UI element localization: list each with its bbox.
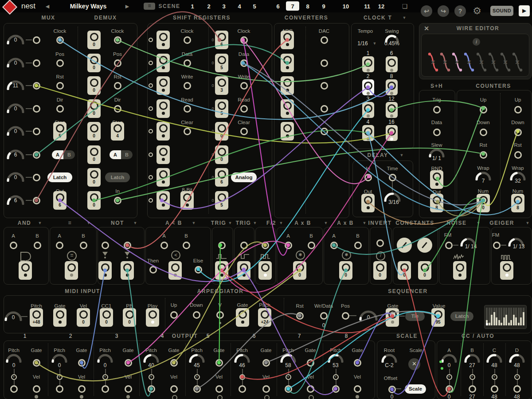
seq-pos-jack[interactable] — [342, 312, 349, 320]
sr2-bit-jack[interactable]: 5 — [215, 99, 228, 118]
scale-quantize-toggle[interactable]: Scale — [405, 384, 426, 394]
sr2-clock-jack[interactable] — [240, 36, 248, 44]
dropdown-arrow-icon[interactable]: ▼ — [279, 221, 283, 225]
out-vel-jack[interactable] — [354, 385, 361, 393]
sr2-bit-jack[interactable]: 5 — [215, 54, 228, 72]
constant-out-jack[interactable]: 0 — [418, 261, 431, 280]
ab-toggle[interactable]: AB — [110, 150, 133, 159]
out-pitch-jack[interactable] — [10, 385, 18, 393]
mux-knob-value[interactable]: 0 — [14, 37, 17, 43]
mux-out-jack[interactable]: 6 — [53, 191, 66, 210]
out-pitch-jack[interactable] — [332, 385, 340, 393]
knob-arc[interactable] — [380, 353, 398, 363]
mux-knob-jack[interactable] — [33, 105, 40, 113]
cc-knob-value[interactable]: 27 — [469, 362, 475, 368]
trig-in-jack[interactable] — [262, 242, 269, 249]
clock-div-4-jack[interactable] — [362, 125, 374, 141]
adc-jack[interactable] — [281, 76, 294, 95]
constant-out-jack[interactable]: 0 — [398, 261, 411, 280]
delay-out-jack[interactable] — [361, 194, 375, 212]
wire-slot-2[interactable]: ✕ — [440, 52, 450, 72]
sr1-data-jack[interactable] — [184, 59, 191, 67]
midi-gate-jack[interactable] — [53, 308, 66, 327]
dac-jack[interactable] — [321, 82, 328, 90]
mux-knob-jack[interactable] — [33, 174, 40, 181]
input-b-jack[interactable] — [183, 242, 190, 249]
trig-out-jack[interactable] — [215, 261, 228, 280]
axb-out-jack[interactable]: 0 — [293, 261, 306, 280]
seq-rst-jack[interactable] — [296, 312, 304, 320]
input-a-jack[interactable] — [285, 242, 292, 249]
cc-knob-value[interactable]: 48 — [491, 362, 497, 368]
mux-clock-jack[interactable] — [56, 36, 64, 44]
dac-jack[interactable] — [321, 128, 328, 135]
adc-jack[interactable] — [281, 31, 294, 49]
scale-knob[interactable]: ✕ — [408, 358, 420, 370]
input-a-jack[interactable] — [160, 242, 168, 249]
mux-knob-value[interactable]: 0 — [14, 106, 17, 112]
sh-data-jack[interactable] — [433, 129, 441, 136]
trig-out-jack[interactable] — [237, 261, 250, 280]
ab-toggle-a[interactable]: A — [52, 150, 63, 159]
rate-value[interactable]: 1/ 14 — [465, 243, 477, 250]
demux-in-jack[interactable] — [114, 197, 121, 204]
seq-gate-jack[interactable] — [386, 308, 399, 327]
scene-button-9[interactable]: 9 — [322, 3, 325, 10]
clock-div-16-jack[interactable] — [386, 125, 398, 141]
knob-arc[interactable] — [485, 353, 503, 363]
out-vel-jack[interactable] — [262, 385, 270, 393]
input-a-jack[interactable] — [56, 242, 63, 249]
preset-next-icon[interactable]: ▶ — [125, 4, 129, 9]
sr1-read-jack[interactable] — [184, 105, 191, 113]
not-out-jack[interactable] — [121, 261, 134, 280]
generator-out-jack[interactable] — [453, 261, 466, 280]
dac-jack[interactable] — [321, 36, 328, 44]
invert-in-jack[interactable] — [376, 239, 384, 247]
undo-button[interactable]: ↩ — [421, 5, 432, 17]
mux-knob-value[interactable]: 0 — [14, 174, 17, 180]
mux-knob-value[interactable]: 6 — [14, 152, 17, 158]
play-button[interactable]: ▶ — [519, 5, 530, 16]
sr1-bit-input-jack[interactable] — [149, 61, 153, 65]
scene-button-7[interactable]: 7 — [291, 3, 294, 10]
out-pitch-value[interactable]: 46 — [239, 362, 245, 368]
sr2-analog-toggle[interactable]: Analog — [231, 172, 257, 182]
knob-arc[interactable] — [440, 353, 458, 363]
clock-div-12-jack[interactable] — [386, 102, 398, 118]
mux-pos-jack[interactable] — [56, 59, 64, 67]
demux-data-jack[interactable]: 0 — [87, 31, 101, 49]
knob-arc[interactable] — [188, 353, 206, 363]
scale-offset-jack[interactable] — [388, 386, 396, 393]
sr2-bit-jack[interactable]: 6 — [215, 31, 228, 49]
sr2-read-jack[interactable] — [240, 105, 248, 113]
wire-slot-3[interactable]: ✕ — [452, 52, 462, 72]
clock-div-3-jack[interactable] — [362, 102, 374, 118]
scene-button-3[interactable]: 3 — [222, 3, 225, 10]
out-gate-jack[interactable] — [78, 359, 86, 367]
out-vel-jack[interactable] — [170, 385, 178, 393]
step-bar[interactable] — [501, 323, 502, 325]
input-b-jack[interactable] — [80, 242, 87, 249]
counter-down-jack[interactable] — [480, 129, 487, 136]
sh-trig-jack[interactable] — [433, 106, 441, 113]
out-gate-jack[interactable] — [170, 359, 178, 367]
sr2-bit-jack[interactable]: 0 — [215, 122, 228, 141]
knob-arc[interactable] — [508, 353, 526, 363]
knob-arc[interactable] — [233, 353, 251, 363]
not-in-jack[interactable] — [124, 242, 131, 249]
dropdown-arrow-icon[interactable]: ▼ — [87, 221, 91, 225]
wire-slot-1[interactable]: ✕ — [428, 52, 438, 72]
out-pitch-value[interactable]: 58 — [285, 362, 291, 368]
step-bar[interactable] — [489, 323, 490, 325]
demux-data-jack[interactable]: 0 — [87, 191, 101, 210]
out-pitch-value[interactable]: 0 — [58, 362, 61, 368]
clock-div-2-jack[interactable] — [362, 79, 374, 95]
sr1-bit-input-jack[interactable] — [149, 153, 153, 157]
out-vel-jack[interactable] — [307, 385, 314, 393]
dropdown-arrow-icon[interactable]: ▼ — [133, 221, 137, 225]
mux-knob-value[interactable]: 11 — [13, 82, 18, 89]
scene-button-4[interactable]: 4 — [238, 3, 241, 10]
knob-arc[interactable] — [327, 353, 344, 363]
seq-wrdata-jack[interactable] — [320, 312, 328, 320]
invert-out-jack[interactable]: 0 — [373, 261, 387, 280]
